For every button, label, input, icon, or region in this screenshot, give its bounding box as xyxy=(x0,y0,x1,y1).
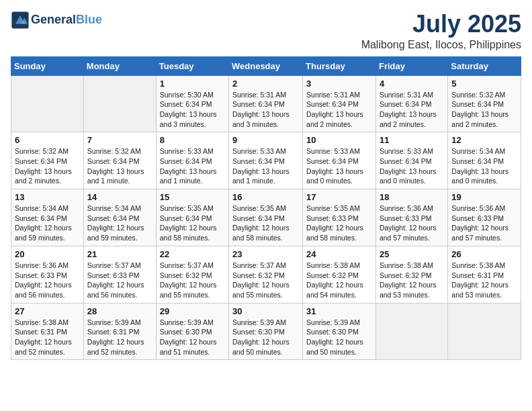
day-info: Sunrise: 5:32 AM Sunset: 6:34 PM Dayligh… xyxy=(15,146,80,186)
header-monday: Monday xyxy=(83,56,156,75)
calendar-cell: 27Sunrise: 5:38 AM Sunset: 6:31 PM Dayli… xyxy=(11,303,84,360)
day-number: 27 xyxy=(15,306,80,316)
day-number: 14 xyxy=(87,192,152,202)
calendar-cell: 14Sunrise: 5:34 AM Sunset: 6:34 PM Dayli… xyxy=(83,189,156,246)
calendar-cell: 31Sunrise: 5:39 AM Sunset: 6:30 PM Dayli… xyxy=(303,303,376,360)
day-number: 29 xyxy=(160,306,225,316)
calendar-cell: 21Sunrise: 5:37 AM Sunset: 6:33 PM Dayli… xyxy=(83,246,156,303)
logo: GeneralBlue xyxy=(11,11,102,30)
calendar-cell: 25Sunrise: 5:38 AM Sunset: 6:32 PM Dayli… xyxy=(375,246,447,303)
day-number: 19 xyxy=(451,192,517,202)
calendar-cell: 11Sunrise: 5:33 AM Sunset: 6:34 PM Dayli… xyxy=(375,132,447,189)
month-year: July 2025 xyxy=(361,11,521,38)
calendar-cell: 9Sunrise: 5:33 AM Sunset: 6:34 PM Daylig… xyxy=(229,132,303,189)
day-number: 9 xyxy=(232,135,299,145)
day-number: 28 xyxy=(87,306,152,316)
day-info: Sunrise: 5:32 AM Sunset: 6:34 PM Dayligh… xyxy=(87,146,152,186)
day-number: 24 xyxy=(306,249,372,259)
calendar-cell: 13Sunrise: 5:34 AM Sunset: 6:34 PM Dayli… xyxy=(11,189,84,246)
day-number: 31 xyxy=(306,306,372,316)
calendar-cell: 7Sunrise: 5:32 AM Sunset: 6:34 PM Daylig… xyxy=(83,132,156,189)
day-info: Sunrise: 5:35 AM Sunset: 6:34 PM Dayligh… xyxy=(160,203,225,243)
day-info: Sunrise: 5:39 AM Sunset: 6:30 PM Dayligh… xyxy=(160,318,225,357)
calendar-cell: 15Sunrise: 5:35 AM Sunset: 6:34 PM Dayli… xyxy=(156,189,228,246)
day-info: Sunrise: 5:31 AM Sunset: 6:34 PM Dayligh… xyxy=(380,90,444,130)
day-info: Sunrise: 5:39 AM Sunset: 6:31 PM Dayligh… xyxy=(87,318,152,357)
calendar-cell: 6Sunrise: 5:32 AM Sunset: 6:34 PM Daylig… xyxy=(11,132,84,189)
calendar-cell: 8Sunrise: 5:33 AM Sunset: 6:34 PM Daylig… xyxy=(156,132,228,189)
logo-icon xyxy=(11,11,30,30)
day-number: 6 xyxy=(15,135,80,145)
day-info: Sunrise: 5:37 AM Sunset: 6:32 PM Dayligh… xyxy=(232,261,299,300)
calendar-cell: 30Sunrise: 5:39 AM Sunset: 6:30 PM Dayli… xyxy=(229,303,303,360)
calendar-cell: 12Sunrise: 5:34 AM Sunset: 6:34 PM Dayli… xyxy=(448,132,521,189)
calendar-cell: 1Sunrise: 5:30 AM Sunset: 6:34 PM Daylig… xyxy=(156,75,228,132)
day-number: 12 xyxy=(451,135,517,145)
day-info: Sunrise: 5:35 AM Sunset: 6:33 PM Dayligh… xyxy=(306,203,372,243)
calendar-cell: 28Sunrise: 5:39 AM Sunset: 6:31 PM Dayli… xyxy=(83,303,156,360)
logo-text: GeneralBlue xyxy=(31,13,102,27)
calendar-cell: 4Sunrise: 5:31 AM Sunset: 6:34 PM Daylig… xyxy=(375,75,447,132)
calendar-cell: 10Sunrise: 5:33 AM Sunset: 6:34 PM Dayli… xyxy=(303,132,376,189)
header-wednesday: Wednesday xyxy=(229,56,303,75)
location: Malibong East, Ilocos, Philippines xyxy=(361,39,521,51)
calendar-cell: 18Sunrise: 5:36 AM Sunset: 6:33 PM Dayli… xyxy=(375,189,447,246)
calendar-header-row: SundayMondayTuesdayWednesdayThursdayFrid… xyxy=(11,56,521,75)
day-info: Sunrise: 5:38 AM Sunset: 6:32 PM Dayligh… xyxy=(380,261,444,300)
calendar-cell: 16Sunrise: 5:35 AM Sunset: 6:34 PM Dayli… xyxy=(229,189,303,246)
day-info: Sunrise: 5:33 AM Sunset: 6:34 PM Dayligh… xyxy=(232,146,299,186)
day-info: Sunrise: 5:31 AM Sunset: 6:34 PM Dayligh… xyxy=(232,90,299,130)
day-info: Sunrise: 5:36 AM Sunset: 6:33 PM Dayligh… xyxy=(380,203,444,243)
calendar-cell xyxy=(83,75,156,132)
day-info: Sunrise: 5:31 AM Sunset: 6:34 PM Dayligh… xyxy=(306,90,372,130)
day-number: 16 xyxy=(232,192,299,202)
calendar-cell: 17Sunrise: 5:35 AM Sunset: 6:33 PM Dayli… xyxy=(303,189,376,246)
calendar-cell: 5Sunrise: 5:32 AM Sunset: 6:34 PM Daylig… xyxy=(448,75,521,132)
header-tuesday: Tuesday xyxy=(156,56,228,75)
day-number: 11 xyxy=(380,135,444,145)
day-info: Sunrise: 5:34 AM Sunset: 6:34 PM Dayligh… xyxy=(451,146,517,186)
day-number: 30 xyxy=(232,306,299,316)
week-row-2: 6Sunrise: 5:32 AM Sunset: 6:34 PM Daylig… xyxy=(11,132,521,189)
calendar-cell xyxy=(11,75,84,132)
day-info: Sunrise: 5:34 AM Sunset: 6:34 PM Dayligh… xyxy=(15,203,80,243)
day-info: Sunrise: 5:39 AM Sunset: 6:30 PM Dayligh… xyxy=(306,318,372,357)
day-number: 23 xyxy=(232,249,299,259)
title-block: July 2025 Malibong East, Ilocos, Philipp… xyxy=(361,11,521,51)
day-number: 7 xyxy=(87,135,152,145)
day-info: Sunrise: 5:37 AM Sunset: 6:33 PM Dayligh… xyxy=(87,261,152,300)
day-info: Sunrise: 5:36 AM Sunset: 6:33 PM Dayligh… xyxy=(15,261,80,300)
calendar-cell: 20Sunrise: 5:36 AM Sunset: 6:33 PM Dayli… xyxy=(11,246,84,303)
header-thursday: Thursday xyxy=(303,56,376,75)
calendar-cell: 3Sunrise: 5:31 AM Sunset: 6:34 PM Daylig… xyxy=(303,75,376,132)
calendar-cell xyxy=(448,303,521,360)
day-info: Sunrise: 5:32 AM Sunset: 6:34 PM Dayligh… xyxy=(451,90,517,130)
day-number: 22 xyxy=(160,249,225,259)
day-info: Sunrise: 5:36 AM Sunset: 6:33 PM Dayligh… xyxy=(451,203,517,243)
day-number: 20 xyxy=(15,249,80,259)
header-sunday: Sunday xyxy=(11,56,84,75)
day-info: Sunrise: 5:35 AM Sunset: 6:34 PM Dayligh… xyxy=(232,203,299,243)
week-row-3: 13Sunrise: 5:34 AM Sunset: 6:34 PM Dayli… xyxy=(11,189,521,246)
day-number: 13 xyxy=(15,192,80,202)
calendar-cell: 2Sunrise: 5:31 AM Sunset: 6:34 PM Daylig… xyxy=(229,75,303,132)
day-number: 21 xyxy=(87,249,152,259)
day-number: 15 xyxy=(160,192,225,202)
calendar-table: SundayMondayTuesdayWednesdayThursdayFrid… xyxy=(11,56,521,361)
calendar-cell: 29Sunrise: 5:39 AM Sunset: 6:30 PM Dayli… xyxy=(156,303,228,360)
day-info: Sunrise: 5:33 AM Sunset: 6:34 PM Dayligh… xyxy=(160,146,225,186)
day-number: 25 xyxy=(380,249,444,259)
day-info: Sunrise: 5:38 AM Sunset: 6:31 PM Dayligh… xyxy=(451,261,517,300)
calendar-cell: 22Sunrise: 5:37 AM Sunset: 6:32 PM Dayli… xyxy=(156,246,228,303)
day-number: 8 xyxy=(160,135,225,145)
calendar-cell xyxy=(375,303,447,360)
day-info: Sunrise: 5:38 AM Sunset: 6:32 PM Dayligh… xyxy=(306,261,372,300)
calendar-cell: 24Sunrise: 5:38 AM Sunset: 6:32 PM Dayli… xyxy=(303,246,376,303)
week-row-5: 27Sunrise: 5:38 AM Sunset: 6:31 PM Dayli… xyxy=(11,303,521,360)
day-info: Sunrise: 5:37 AM Sunset: 6:32 PM Dayligh… xyxy=(160,261,225,300)
calendar-cell: 23Sunrise: 5:37 AM Sunset: 6:32 PM Dayli… xyxy=(229,246,303,303)
day-number: 2 xyxy=(232,79,299,89)
day-info: Sunrise: 5:30 AM Sunset: 6:34 PM Dayligh… xyxy=(160,90,225,130)
day-number: 18 xyxy=(380,192,444,202)
calendar-cell: 26Sunrise: 5:38 AM Sunset: 6:31 PM Dayli… xyxy=(448,246,521,303)
